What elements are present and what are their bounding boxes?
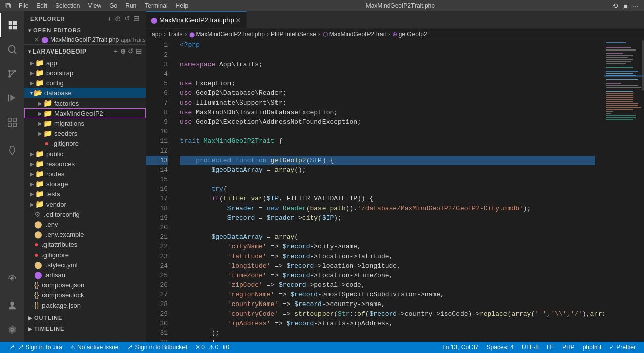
account-activity-icon[interactable]: [0, 293, 24, 318]
menu-run[interactable]: Run: [125, 2, 136, 9]
breadcrumb-file[interactable]: ⬤ MaxMindGeoIP2Trait.php: [189, 31, 265, 38]
file-gitattributes[interactable]: ● .gitattributes: [24, 239, 146, 249]
prettier-item[interactable]: ✓ Prettier: [605, 344, 640, 351]
code-content[interactable]: <?php namespace App\Traits; use Exceptio…: [172, 40, 604, 342]
run-debug-activity-icon[interactable]: [0, 86, 24, 110]
tab-maxmind[interactable]: ⬤ MaxMindGeoIP2Trait.php ✕: [146, 11, 247, 28]
svg-rect-10: [8, 118, 11, 121]
code-line-26: 'zipCode' => $record->postal->code,: [180, 280, 595, 290]
indentation-item[interactable]: Spaces: 4: [483, 344, 518, 351]
folder-storage[interactable]: ▶ 📁 storage: [24, 179, 146, 189]
breadcrumb-class-name: MaxMindGeoIP2Trait: [329, 31, 386, 38]
more-actions-icon[interactable]: ···: [633, 2, 639, 10]
menu-terminal[interactable]: Terminal: [145, 2, 167, 9]
folder-migrations[interactable]: ▶ 📁 migrations: [24, 118, 146, 128]
svg-rect-41: [606, 103, 638, 104]
folder-tests-icon: 📁: [35, 190, 44, 198]
new-folder-icon[interactable]: ⊕: [115, 14, 121, 23]
file-artisan[interactable]: ⬤ artisan: [24, 270, 146, 280]
folder-vendor-chevron: ▶: [30, 201, 34, 207]
no-issue-item[interactable]: ⚠ No active issue: [66, 342, 122, 353]
folder-tests-label: tests: [46, 190, 60, 198]
svg-rect-36: [606, 93, 633, 94]
remote-icon[interactable]: ⟲: [612, 2, 618, 10]
menu-file[interactable]: File: [19, 2, 28, 9]
menu-go[interactable]: Go: [109, 2, 117, 9]
tab-close-icon[interactable]: ✕: [234, 16, 242, 24]
file-env[interactable]: ⬤ .env: [24, 219, 146, 229]
cursor-position-label: Ln 13, Col 37: [442, 344, 478, 351]
menu-selection[interactable]: Selection: [55, 2, 80, 9]
folder-vendor[interactable]: ▶ 📁 vendor: [24, 199, 146, 209]
code-line-2: [180, 50, 595, 60]
jira-item[interactable]: ⎇ ⎇ Sign in to Jira: [4, 342, 66, 353]
errors-warnings[interactable]: ✕ 0 ⚠ 0 ℹ 0: [191, 342, 234, 353]
new-file-icon[interactable]: +: [107, 14, 112, 23]
file-gitignore[interactable]: ● .gitignore: [24, 249, 146, 260]
file-styleci[interactable]: ⬤ .styleci.yml: [24, 260, 146, 270]
encoding-item[interactable]: UTF-8: [518, 344, 543, 351]
folder-public[interactable]: ▶ 📁 public: [24, 148, 146, 159]
jira-icon: ⎇: [8, 344, 15, 351]
outline-chevron: ▶: [28, 315, 33, 321]
file-db-gitignore-label: .gitignore: [52, 140, 78, 147]
timeline-section-header[interactable]: ▶ TIMELINE: [24, 323, 146, 334]
bitbucket-item[interactable]: ⎇ Sign in to Bitbucket: [122, 342, 191, 353]
folder-factories-chevron: ▶: [38, 100, 42, 106]
file-package-json[interactable]: {} package.json: [24, 300, 146, 310]
project-root[interactable]: ▾ LARAVEL9GEOIP + ⊕ ↺ ⊟: [24, 45, 146, 58]
folder-app[interactable]: ▶ 📁 app: [24, 58, 146, 68]
file-db-gitignore[interactable]: ● .gitignore: [24, 138, 146, 148]
line-ending-item[interactable]: LF: [543, 344, 558, 351]
cursor-position-item[interactable]: Ln 13, Col 37: [438, 344, 482, 351]
search-activity-icon[interactable]: [0, 37, 24, 62]
file-env-example-label: .env.example: [45, 231, 84, 238]
outline-section-header[interactable]: ▶ OUTLINE: [24, 312, 146, 323]
formatter-item[interactable]: phpfmt: [579, 344, 606, 351]
breadcrumb-intellisense[interactable]: PHP IntelliSense: [271, 31, 316, 38]
refresh-icon[interactable]: ↺: [124, 14, 130, 23]
folder-seeders-label: seeders: [54, 130, 77, 137]
folder-bootstrap[interactable]: ▶ 📁 bootstrap: [24, 68, 146, 78]
file-editorconfig[interactable]: ⚙ .editorconfig: [24, 209, 146, 219]
testing-activity-icon[interactable]: [0, 138, 24, 163]
svg-rect-34: [606, 87, 641, 88]
settings-activity-icon[interactable]: [0, 318, 24, 342]
folder-database[interactable]: ▾ 📂 database: [24, 88, 146, 98]
collapse-project-icon[interactable]: ⊟: [136, 47, 142, 55]
folder-bootstrap-label: bootstrap: [46, 69, 73, 77]
open-editor-item[interactable]: ✕ ⬤ MaxMindGeoIP2Trait.php app/Traits: [24, 35, 146, 44]
folder-maxmind[interactable]: ▶ 📁 MaxMindGeoIP2: [24, 108, 146, 118]
folder-config[interactable]: ▶ 📁 config: [24, 78, 146, 88]
breadcrumb-traits[interactable]: Traits: [168, 31, 183, 38]
new-folder-project-icon[interactable]: ⊕: [120, 47, 126, 55]
folder-resources[interactable]: ▶ 📁 resources: [24, 159, 146, 169]
file-env-example[interactable]: ⬤ .env.example: [24, 229, 146, 239]
language-mode-item[interactable]: PHP: [558, 344, 579, 351]
file-composer-lock[interactable]: {} composer.lock: [24, 290, 146, 300]
outline-label: OUTLINE: [34, 315, 62, 321]
source-control-activity-icon[interactable]: [0, 62, 24, 86]
explorer-activity-icon[interactable]: [0, 13, 24, 37]
menu-help[interactable]: Help: [176, 2, 189, 9]
open-editors-header[interactable]: ▾ OPEN EDITORS: [24, 25, 146, 35]
folder-routes[interactable]: ▶ 📁 routes: [24, 169, 146, 179]
menu-edit[interactable]: Edit: [36, 2, 47, 9]
code-editor[interactable]: 12345 678910 1112131415 1617181920 21222…: [146, 40, 644, 342]
file-composer-json[interactable]: {} composer.json: [24, 280, 146, 290]
remote-activity-icon[interactable]: [0, 267, 24, 291]
folder-seeders[interactable]: ▶ 📁 seeders: [24, 128, 146, 138]
collapse-all-icon[interactable]: ⊟: [133, 14, 140, 23]
folder-tests[interactable]: ▶ 📁 tests: [24, 189, 146, 199]
refresh-project-icon[interactable]: ↺: [128, 47, 134, 55]
layout-icon[interactable]: ▣: [622, 2, 629, 10]
breadcrumb-method[interactable]: ⊕ getGeoIp2: [392, 31, 427, 38]
new-file-project-icon[interactable]: +: [114, 47, 118, 55]
extensions-activity-icon[interactable]: [0, 110, 24, 134]
close-editor-icon[interactable]: ✕: [34, 36, 39, 43]
breadcrumb-app[interactable]: app: [152, 31, 162, 38]
file-gitignore-icon: ●: [34, 250, 38, 259]
menu-view[interactable]: View: [88, 2, 101, 9]
breadcrumb-class[interactable]: ⬡ MaxMindGeoIP2Trait: [323, 31, 386, 38]
folder-factories[interactable]: ▶ 📁 factories: [24, 98, 146, 108]
